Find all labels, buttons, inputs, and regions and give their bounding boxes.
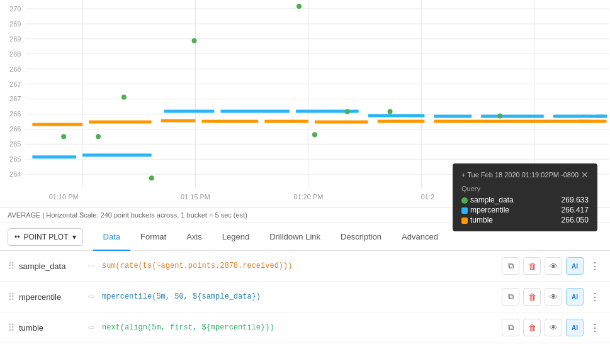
copy-button[interactable]: ⧉ [502, 288, 519, 306]
svg-rect-45 [481, 114, 544, 118]
tooltip-row: tumble266.050 [461, 215, 589, 225]
svg-text:264: 264 [9, 170, 21, 178]
svg-text:01:2: 01:2 [421, 193, 434, 201]
tooltip-series-value: 266.417 [545, 205, 589, 215]
x-axis: 01:10 PM 01:15 PM 01:20 PM 01:2 [49, 193, 434, 201]
tooltip-row: mpercentile266.417 [461, 205, 589, 215]
tab-data[interactable]: Data [93, 224, 130, 251]
data-row: ⠿ sample_data sum(rate(ts(~agent.points.… [0, 251, 610, 282]
more-button[interactable]: ⋮ [587, 291, 602, 303]
row-tag[interactable] [88, 326, 94, 329]
svg-rect-44 [434, 114, 472, 118]
delete-button[interactable]: 🗑 [523, 319, 541, 336]
row-tag[interactable] [88, 265, 94, 267]
svg-rect-38 [32, 155, 76, 158]
svg-rect-35 [378, 119, 425, 123]
row-formula[interactable]: sum(rate(ts(~agent.points.2878.received)… [102, 262, 494, 270]
chevron-down-icon: ▾ [72, 233, 76, 241]
row-formula[interactable]: next(align(5m, first, ${mpercentile})) [102, 323, 494, 332]
visibility-button[interactable]: 👁 [545, 288, 562, 306]
svg-point-52 [297, 4, 302, 9]
more-button[interactable]: ⋮ [587, 260, 602, 272]
tooltip-series-value: 269.633 [545, 195, 589, 205]
row-name: tumble [19, 323, 88, 333]
svg-rect-29 [32, 123, 82, 126]
visibility-button[interactable]: 👁 [545, 319, 562, 336]
svg-point-51 [192, 38, 197, 43]
tooltip-series-name: tumble [461, 215, 545, 225]
copy-button[interactable]: ⧉ [502, 257, 519, 275]
ai-button[interactable]: AI [566, 257, 584, 275]
svg-point-53 [312, 132, 317, 137]
ai-button[interactable]: AI [566, 319, 584, 336]
svg-point-56 [149, 175, 154, 180]
svg-point-54 [345, 109, 350, 114]
chart-tooltip: + Tue Feb 18 2020 01:19:02PM -0800 ✕ Que… [453, 163, 597, 231]
tab-legend[interactable]: Legend [212, 224, 259, 251]
data-rows-container: ⠿ sample_data sum(rate(ts(~agent.points.… [0, 251, 610, 343]
row-actions: ⧉ 🗑 👁 AI ⋮ [502, 257, 602, 275]
tab-advanced[interactable]: Advanced [392, 224, 448, 251]
tooltip-row: sample_data269.633 [461, 195, 589, 205]
row-formula[interactable]: mpercentile(5m, 50, ${sample_data}) [102, 292, 494, 301]
svg-rect-32 [201, 119, 258, 123]
svg-rect-39 [82, 153, 152, 157]
tooltip-header: + Tue Feb 18 2020 01:19:02PM -0800 ✕ [461, 170, 589, 180]
svg-point-55 [388, 109, 393, 114]
svg-text:265: 265 [9, 140, 21, 148]
svg-rect-41 [220, 109, 290, 113]
plus-icon: + Tue Feb 18 2020 01:19:02PM -0800 [461, 171, 579, 179]
svg-text:01:15 PM: 01:15 PM [181, 193, 210, 201]
drag-handle[interactable]: ⠿ [8, 291, 14, 303]
svg-point-57 [497, 113, 502, 118]
tooltip-series-name: sample_data [461, 195, 545, 205]
close-icon[interactable]: ✕ [581, 170, 589, 180]
svg-rect-37 [579, 119, 607, 123]
plot-icon: •• [14, 233, 20, 241]
svg-text:269: 269 [9, 20, 21, 28]
data-row: ⠿ mpercentile mpercentile(5m, 50, ${samp… [0, 282, 610, 312]
svg-text:268: 268 [9, 50, 21, 58]
svg-point-49 [96, 134, 101, 139]
row-tag[interactable] [88, 295, 94, 298]
row-name: mpercentile [19, 292, 88, 302]
tab-format[interactable]: Format [130, 224, 176, 251]
tab-drilldown[interactable]: Drilldown Link [259, 224, 330, 251]
more-button[interactable]: ⋮ [587, 322, 602, 334]
svg-text:265: 265 [9, 155, 21, 163]
drag-handle[interactable]: ⠿ [8, 260, 14, 272]
svg-text:01:10 PM: 01:10 PM [49, 193, 79, 201]
svg-text:268: 268 [9, 65, 21, 73]
plot-type-label: POINT PLOT [23, 233, 68, 241]
copy-button[interactable]: ⧉ [502, 319, 519, 336]
svg-text:266: 266 [9, 125, 21, 133]
svg-rect-36 [434, 119, 590, 123]
delete-button[interactable]: 🗑 [523, 288, 541, 306]
visibility-button[interactable]: 👁 [545, 257, 562, 275]
svg-rect-30 [89, 120, 152, 123]
row-name: sample_data [19, 262, 88, 271]
tab-axis[interactable]: Axis [176, 224, 212, 251]
svg-rect-47 [596, 114, 607, 118]
svg-rect-31 [161, 119, 196, 122]
tooltip-series-value: 266.050 [545, 215, 589, 225]
query-label: Query [461, 185, 589, 195]
x-grid [82, 0, 534, 188]
delete-button[interactable]: 🗑 [523, 257, 541, 275]
svg-text:269: 269 [9, 35, 21, 43]
svg-rect-34 [315, 120, 368, 123]
tab-description[interactable]: Description [330, 224, 392, 251]
row-actions: ⧉ 🗑 👁 AI ⋮ [502, 288, 602, 306]
mpercentile-series [32, 109, 607, 158]
svg-text:267: 267 [9, 96, 21, 103]
tab-navigation: DataFormatAxisLegendDrilldown LinkDescri… [93, 223, 448, 250]
drag-handle[interactable]: ⠿ [8, 322, 14, 334]
svg-text:266: 266 [9, 110, 21, 118]
plot-type-button[interactable]: •• POINT PLOT ▾ [8, 228, 83, 246]
chart-area: 270 269 269 268 268 267 267 266 266 265 … [0, 0, 610, 207]
svg-text:270: 270 [9, 5, 21, 13]
svg-point-48 [61, 134, 66, 139]
tumble-series [32, 119, 606, 126]
ai-button[interactable]: AI [566, 288, 584, 306]
svg-rect-43 [368, 114, 425, 117]
